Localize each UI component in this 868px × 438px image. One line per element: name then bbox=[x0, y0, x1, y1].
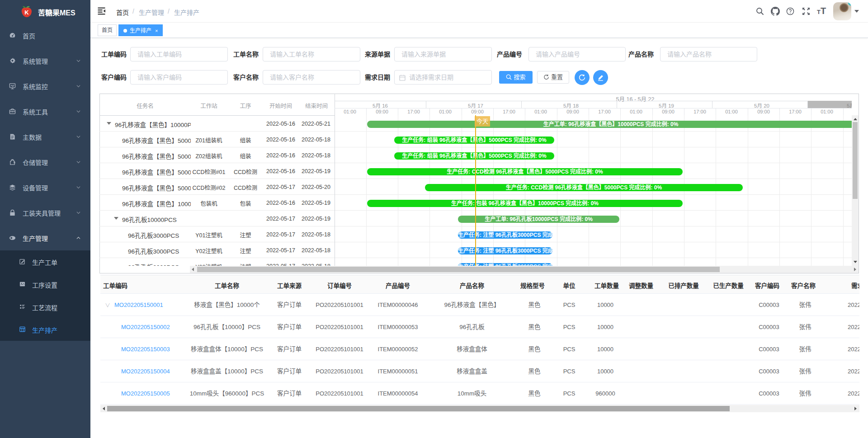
svg-text:K: K bbox=[24, 9, 29, 16]
